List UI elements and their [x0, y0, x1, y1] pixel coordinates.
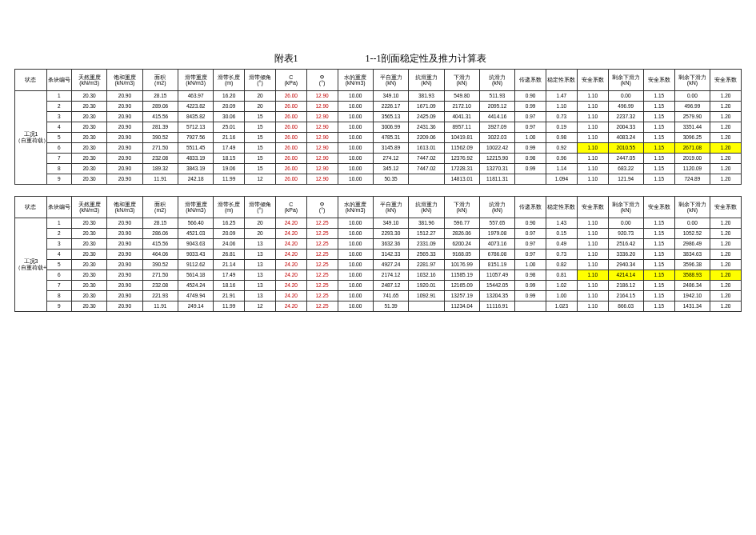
cell: 464.06	[142, 250, 178, 260]
col-header: 安全系数	[643, 197, 674, 218]
col-header: 条块编号	[46, 197, 71, 218]
cell: 0.19	[546, 122, 578, 133]
cell: 15	[245, 143, 276, 154]
cell: 20.90	[107, 133, 142, 143]
cell: 2174.12	[373, 270, 408, 281]
cell: 24.20	[275, 281, 306, 291]
cell: 4223.82	[178, 102, 213, 112]
cell: 381.96	[409, 218, 444, 229]
cell: 566.40	[178, 218, 213, 229]
cell: 24.20	[275, 239, 306, 250]
table-row: 620.3020.90271.505511.4517.491526.0012.9…	[15, 143, 742, 154]
cell: 20.30	[71, 250, 106, 260]
cell: 2431.36	[409, 122, 444, 133]
cell: 12.90	[306, 133, 338, 143]
cell: 1.15	[643, 154, 674, 164]
cell: 1.15	[643, 301, 674, 312]
cell: 11562.09	[444, 143, 479, 154]
cell: 8957.11	[444, 122, 479, 133]
cell	[515, 174, 546, 185]
cell: 10.00	[338, 301, 373, 312]
col-header: 天然重度(kN/m3)	[71, 70, 106, 91]
cell: 1.20	[710, 133, 742, 143]
cell: 381.93	[409, 91, 444, 102]
cell: 2019.00	[674, 154, 710, 164]
col-header: 传递系数	[515, 197, 546, 218]
cell: 8435.82	[178, 112, 213, 122]
cell: 1.20	[710, 164, 742, 174]
cell: 1.10	[577, 250, 608, 260]
cell: 415.56	[142, 239, 178, 250]
cell: 4833.19	[178, 154, 213, 164]
cell: 2164.15	[608, 291, 643, 301]
cell: 3145.89	[373, 143, 408, 154]
cell: 20.30	[71, 281, 106, 291]
cell: 1.20	[710, 250, 742, 260]
cell: 1512.27	[409, 229, 444, 239]
table-row: 工况1（自重荷载）120.3020.9028.15463.9716.202026…	[15, 91, 742, 102]
cell: 1.02	[546, 281, 578, 291]
cell: 281.39	[142, 122, 178, 133]
table-row: 420.3020.90281.395712.1325.011526.0012.9…	[15, 122, 742, 133]
cell: 12376.92	[444, 154, 479, 164]
table-row: 220.3020.90286.064521.0320.092024.2012.2…	[15, 229, 742, 239]
cell: 3596.38	[674, 260, 710, 270]
cell: 1.20	[710, 301, 742, 312]
cell: 10.00	[338, 154, 373, 164]
cell: 4749.94	[178, 291, 213, 301]
cell: 12.25	[306, 250, 338, 260]
cell: 7927.56	[178, 133, 213, 143]
cell: 24.20	[275, 301, 306, 312]
cell: 1.10	[577, 281, 608, 291]
cell: 17.49	[214, 270, 245, 281]
col-header: 滑带重度(kN/m3)	[178, 70, 213, 91]
col-header: 下滑力(kN)	[444, 70, 479, 91]
cell: 1052.52	[674, 229, 710, 239]
cell: 12215.90	[479, 154, 514, 164]
col-header: 安全系数	[710, 70, 742, 91]
cell: 10.00	[338, 91, 373, 102]
cell: 1.10	[577, 133, 608, 143]
col-header: 剩余下滑力(kN)	[674, 197, 710, 218]
cell: 20.90	[107, 154, 142, 164]
cell	[515, 301, 546, 312]
cell: 6200.24	[444, 239, 479, 250]
cell: 20	[245, 218, 276, 229]
col-header: 水的重度(kN/m3)	[338, 70, 373, 91]
cell: 0.97	[515, 250, 546, 260]
cell: 11116.91	[479, 301, 514, 312]
cell: 20	[245, 102, 276, 112]
cell: 20.30	[71, 143, 106, 154]
cell: 20.90	[107, 229, 142, 239]
cell: 1.10	[577, 239, 608, 250]
cell: 2826.06	[444, 229, 479, 239]
cell: 1032.16	[409, 270, 444, 281]
cell: 3006.99	[373, 122, 408, 133]
cell: 10.00	[338, 122, 373, 133]
cell: 0.73	[546, 112, 578, 122]
cell: 0.49	[546, 239, 578, 250]
cell: 2172.10	[444, 102, 479, 112]
col-header: 面积(m2)	[142, 197, 178, 218]
cell: 20.30	[71, 154, 106, 164]
col-header: 平自重力(kN)	[373, 197, 408, 218]
cell: 1092.91	[409, 291, 444, 301]
cell: 5712.13	[178, 122, 213, 133]
cell: 1.15	[643, 102, 674, 112]
col-header: 下滑力(kN)	[444, 197, 479, 218]
cell: 11585.19	[444, 270, 479, 281]
cell: 596.77	[444, 218, 479, 229]
cell: 1.15	[643, 260, 674, 270]
cell: 2986.49	[674, 239, 710, 250]
cell: 21.91	[214, 291, 245, 301]
col-header: 稳定性系数	[546, 70, 578, 91]
cell: 20.30	[71, 112, 106, 122]
cell: 3927.09	[479, 122, 514, 133]
cell: 1.15	[643, 143, 674, 154]
cell: 0.99	[515, 102, 546, 112]
cell: 11.91	[142, 174, 178, 185]
cell: 2565.33	[409, 250, 444, 260]
cell: 1.20	[710, 291, 742, 301]
col-header: 天然重度(kN/m3)	[71, 197, 106, 218]
cell: 1	[46, 218, 71, 229]
